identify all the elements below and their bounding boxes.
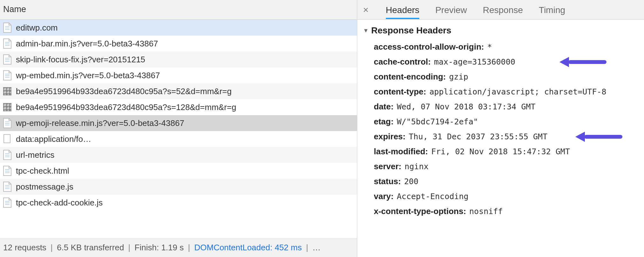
request-row[interactable]: tpc-check.html <box>0 163 357 179</box>
file-icon <box>3 150 11 160</box>
header-value: Accept-Encoding <box>397 192 469 201</box>
header-key: x-content-type-options: <box>374 206 466 216</box>
header-entry: cache-control:max-age=315360000 <box>363 54 638 69</box>
status-ellipsis: … <box>312 243 321 252</box>
tab-timing[interactable]: Timing <box>539 1 565 19</box>
annotation-arrow-icon <box>575 132 622 142</box>
request-row[interactable]: be9a4e9519964b933dea6723d480c95a?s=52&d=… <box>0 83 357 99</box>
details-body: ▼ Response Headers access-control-allow-… <box>357 20 644 257</box>
file-icon <box>3 198 11 208</box>
annotation-arrow-icon <box>559 57 606 67</box>
header-value: W/"5bdc7194-2efa" <box>397 117 478 126</box>
request-name: wp-embed.min.js?ver=5.0-beta3-43867 <box>16 71 160 80</box>
header-key: last-modified: <box>374 147 428 156</box>
header-value: gzip <box>449 72 468 81</box>
request-row[interactable]: skip-link-focus-fix.js?ver=20151215 <box>0 52 357 67</box>
details-panel: × Headers Preview Response Timing ▼ Resp… <box>357 0 644 257</box>
separator: | <box>186 243 192 252</box>
header-entry: etag:W/"5bdc7194-2efa" <box>363 114 638 129</box>
header-value: Thu, 31 Dec 2037 23:55:55 GMT <box>409 132 548 141</box>
header-entry: vary:Accept-Encoding <box>363 189 638 204</box>
status-finish: Finish: 1.19 s <box>134 243 184 252</box>
header-key: date: <box>374 102 394 112</box>
header-entry: server:nginx <box>363 159 638 174</box>
tab-preview[interactable]: Preview <box>435 1 467 19</box>
header-value: max-age=315360000 <box>434 57 515 66</box>
request-name: admin-bar.min.js?ver=5.0-beta3-43867 <box>16 39 158 49</box>
header-value: 200 <box>404 177 418 186</box>
file-icon <box>3 166 11 176</box>
close-icon[interactable]: × <box>363 4 369 15</box>
column-header-name[interactable]: Name <box>0 0 357 20</box>
header-entry: status:200 <box>363 174 638 189</box>
file-icon <box>3 54 11 65</box>
request-row[interactable]: be9a4e9519964b933dea6723d480c95a?s=128&d… <box>0 99 357 115</box>
header-value: Fri, 02 Nov 2018 15:47:32 GMT <box>431 147 570 156</box>
header-entry: date:Wed, 07 Nov 2018 03:17:34 GMT <box>363 99 638 114</box>
header-value: application/javascript; charset=UTF-8 <box>429 87 606 96</box>
tab-response[interactable]: Response <box>483 1 523 19</box>
file-icon <box>3 23 11 33</box>
header-entry: access-control-allow-origin:* <box>363 39 638 54</box>
request-name: data:application/fo… <box>16 134 91 144</box>
header-value: nosniff <box>469 207 503 216</box>
separator: | <box>304 243 310 252</box>
request-name: wp-emoji-release.min.js?ver=5.0-beta3-43… <box>16 118 184 128</box>
header-key: cache-control: <box>374 57 431 67</box>
request-row[interactable]: editwp.com <box>0 20 357 36</box>
file-icon <box>3 134 11 144</box>
details-tabs: × Headers Preview Response Timing <box>357 0 644 20</box>
file-icon <box>3 70 11 80</box>
request-row[interactable]: data:application/fo… <box>0 131 357 147</box>
header-key: access-control-allow-origin: <box>374 42 484 52</box>
header-value: nginx <box>405 162 428 171</box>
request-name: tpc-check.html <box>16 166 69 176</box>
request-row[interactable]: url-metrics <box>0 147 357 163</box>
header-entry: expires:Thu, 31 Dec 2037 23:55:55 GMT <box>363 129 638 144</box>
header-key: content-encoding: <box>374 72 446 82</box>
request-name: be9a4e9519964b933dea6723d480c95a?s=52&d=… <box>16 87 232 96</box>
request-row[interactable]: admin-bar.min.js?ver=5.0-beta3-43867 <box>0 36 357 52</box>
requests-list: editwp.comadmin-bar.min.js?ver=5.0-beta3… <box>0 20 357 239</box>
header-key: content-type: <box>374 87 426 97</box>
request-name: url-metrics <box>16 150 54 160</box>
status-domcontentloaded: DOMContentLoaded: 452 ms <box>194 243 302 252</box>
status-transferred: 6.5 KB transferred <box>57 243 124 252</box>
header-value: Wed, 07 Nov 2018 03:17:34 GMT <box>397 102 536 111</box>
file-icon <box>3 38 11 49</box>
tab-headers[interactable]: Headers <box>386 1 420 19</box>
header-entry: x-content-type-options:nosniff <box>363 204 638 219</box>
devtools-network-panel: Name editwp.comadmin-bar.min.js?ver=5.0-… <box>0 0 644 257</box>
triangle-down-icon: ▼ <box>363 27 369 34</box>
response-headers-section[interactable]: ▼ Response Headers <box>363 25 638 36</box>
request-name: tpc-check-add-cookie.js <box>16 198 103 208</box>
status-requests: 12 requests <box>3 243 46 252</box>
header-value: * <box>487 42 492 52</box>
request-row[interactable]: wp-emoji-release.min.js?ver=5.0-beta3-43… <box>0 115 357 131</box>
response-headers-list: access-control-allow-origin:*cache-contr… <box>363 39 638 219</box>
header-entry: last-modified:Fri, 02 Nov 2018 15:47:32 … <box>363 144 638 159</box>
file-icon <box>3 118 11 128</box>
request-row[interactable]: wp-embed.min.js?ver=5.0-beta3-43867 <box>0 67 357 83</box>
request-name: be9a4e9519964b933dea6723d480c95a?s=128&d… <box>16 102 236 112</box>
request-name: skip-link-focus-fix.js?ver=20151215 <box>16 55 145 65</box>
header-key: status: <box>374 177 401 186</box>
header-key: server: <box>374 162 401 171</box>
request-name: editwp.com <box>16 23 58 33</box>
header-key: etag: <box>374 117 394 127</box>
file-icon <box>3 182 11 192</box>
header-entry: content-type:application/javascript; cha… <box>363 84 638 99</box>
request-name: postmessage.js <box>16 182 73 192</box>
separator: | <box>126 243 132 252</box>
requests-panel: Name editwp.comadmin-bar.min.js?ver=5.0-… <box>0 0 357 257</box>
request-row[interactable]: postmessage.js <box>0 179 357 195</box>
request-row[interactable]: tpc-check-add-cookie.js <box>0 195 357 211</box>
separator: | <box>49 243 55 252</box>
section-title: Response Headers <box>371 25 451 36</box>
status-bar: 12 requests | 6.5 KB transferred | Finis… <box>0 239 357 257</box>
header-entry: content-encoding:gzip <box>363 69 638 84</box>
header-key: vary: <box>374 191 394 201</box>
image-icon <box>3 86 11 96</box>
header-key: expires: <box>374 132 406 142</box>
image-icon <box>3 102 11 112</box>
